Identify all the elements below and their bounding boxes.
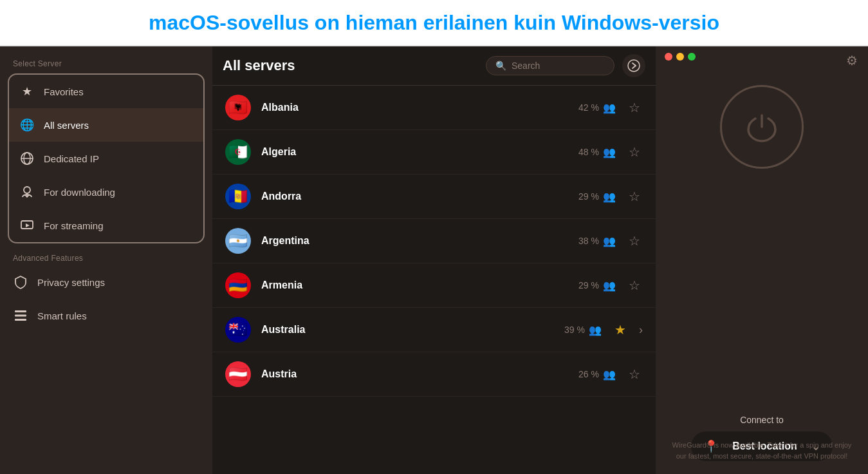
server-load-algeria: 48 % 👥 bbox=[578, 146, 616, 158]
star-icon: ★ bbox=[19, 84, 35, 99]
sidebar: Select Server ★ Favorites 🌐 All servers bbox=[0, 46, 212, 474]
app-container: Select Server ★ Favorites 🌐 All servers bbox=[0, 46, 868, 474]
sidebar-label-for-streaming: For streaming bbox=[44, 220, 104, 231]
sidebar-label-dedicated-ip: Dedicated IP bbox=[44, 153, 99, 164]
server-load-argentina: 38 % 👥 bbox=[578, 235, 616, 247]
server-name-albania: Albania bbox=[261, 102, 568, 113]
server-list-header: All servers 🔍 bbox=[212, 46, 656, 86]
svg-rect-5 bbox=[15, 310, 26, 312]
server-name-armenia: Armenia bbox=[261, 280, 568, 291]
server-name-argentina: Argentina bbox=[261, 235, 568, 247]
table-row[interactable]: 🇦🇱 Albania 42 % 👥 ☆ bbox=[212, 86, 656, 130]
table-row[interactable]: 🇦🇷 Argentina 38 % 👥 ☆ bbox=[212, 219, 656, 263]
globe-icon: 🌐 bbox=[19, 117, 35, 133]
sidebar-label-all-servers: All servers bbox=[44, 120, 89, 131]
star-austria[interactable]: ☆ bbox=[626, 364, 643, 384]
sidebar-item-smart-rules[interactable]: Smart rules bbox=[0, 299, 212, 332]
star-argentina[interactable]: ☆ bbox=[626, 231, 643, 251]
download-icon bbox=[19, 184, 35, 200]
sidebar-label-for-downloading: For downloading bbox=[44, 187, 115, 198]
star-albania[interactable]: ☆ bbox=[626, 97, 643, 118]
advanced-features-label: Advanced Features bbox=[0, 249, 212, 265]
server-list-title: All servers bbox=[223, 57, 478, 74]
svg-rect-7 bbox=[15, 319, 26, 321]
svg-rect-6 bbox=[15, 315, 26, 317]
chevron-right-icon: › bbox=[639, 323, 643, 337]
streaming-icon bbox=[19, 218, 35, 233]
server-list: 🇦🇱 Albania 42 % 👥 ☆ 🇩🇿 Algeria 48 % 👥 bbox=[212, 86, 656, 474]
table-row[interactable]: 🇦🇹 Austria 26 % 👥 ☆ bbox=[212, 352, 656, 397]
wireguard-text: WireGuard® is now available. Take it for… bbox=[669, 440, 855, 461]
flag-armenia: 🇦🇲 bbox=[225, 272, 251, 298]
server-load-australia: 39 % 👥 bbox=[564, 324, 602, 336]
flag-albania: 🇦🇱 bbox=[225, 95, 251, 120]
star-australia[interactable]: ★ bbox=[612, 319, 629, 340]
sidebar-item-for-streaming[interactable]: For streaming bbox=[9, 209, 203, 242]
star-algeria[interactable]: ☆ bbox=[626, 142, 643, 162]
connect-label: Connect to bbox=[740, 415, 784, 425]
flag-algeria: 🇩🇿 bbox=[225, 139, 251, 165]
server-name-austria: Austria bbox=[261, 368, 568, 380]
next-button[interactable] bbox=[622, 54, 645, 77]
load-icon: 👥 bbox=[603, 280, 616, 292]
table-row[interactable]: 🇦🇲 Armenia 29 % 👥 ☆ bbox=[212, 263, 656, 308]
banner-text: macOS-sovellus on hieman erilainen kuin … bbox=[149, 11, 719, 35]
load-icon: 👥 bbox=[603, 146, 616, 158]
sidebar-nav-box: ★ Favorites 🌐 All servers Dedicated IP bbox=[8, 73, 205, 243]
server-load-armenia: 29 % 👥 bbox=[578, 280, 616, 292]
flag-austria: 🇦🇹 bbox=[225, 361, 251, 387]
traffic-light-red[interactable] bbox=[665, 53, 672, 61]
server-load-austria: 26 % 👥 bbox=[578, 368, 616, 381]
main-content: All servers 🔍 🇦🇱 Albania 42 % bbox=[212, 46, 656, 474]
sidebar-item-privacy-settings[interactable]: Privacy settings bbox=[0, 265, 212, 299]
traffic-lights bbox=[665, 53, 696, 61]
table-row[interactable]: 🇩🇿 Algeria 48 % 👥 ☆ bbox=[212, 130, 656, 175]
server-load-andorra: 29 % 👥 bbox=[578, 191, 616, 203]
load-icon: 👥 bbox=[603, 368, 616, 381]
server-name-australia: Australia bbox=[261, 324, 554, 336]
top-banner: macOS-sovellus on hieman erilainen kuin … bbox=[0, 0, 868, 46]
search-input[interactable] bbox=[512, 61, 605, 71]
dedicated-ip-icon bbox=[19, 151, 35, 166]
sidebar-label-smart-rules: Smart rules bbox=[37, 310, 87, 321]
traffic-light-yellow[interactable] bbox=[676, 53, 684, 61]
sidebar-section-label: Select Server bbox=[0, 54, 212, 71]
search-box: 🔍 bbox=[486, 56, 614, 75]
server-name-andorra: Andorra bbox=[261, 191, 568, 202]
traffic-light-green[interactable] bbox=[688, 53, 696, 61]
sidebar-item-favorites[interactable]: ★ Favorites bbox=[9, 75, 203, 108]
search-icon: 🔍 bbox=[495, 61, 506, 71]
svg-point-3 bbox=[24, 187, 30, 193]
load-icon: 👥 bbox=[589, 324, 602, 336]
svg-point-8 bbox=[628, 60, 640, 71]
right-panel: ⚙ Connect to 📍 Best location ⌄ WireGuard… bbox=[656, 46, 868, 474]
flag-argentina: 🇦🇷 bbox=[225, 228, 251, 254]
shield-icon bbox=[13, 274, 28, 290]
load-icon: 👥 bbox=[603, 235, 616, 247]
settings-button[interactable]: ⚙ bbox=[846, 53, 858, 68]
flag-australia: 🇦🇺 bbox=[225, 317, 251, 343]
sidebar-item-for-downloading[interactable]: For downloading bbox=[9, 175, 203, 209]
sidebar-item-dedicated-ip[interactable]: Dedicated IP bbox=[9, 142, 203, 175]
load-icon: 👥 bbox=[603, 191, 616, 203]
sidebar-label-privacy-settings: Privacy settings bbox=[37, 277, 105, 288]
server-name-algeria: Algeria bbox=[261, 146, 568, 158]
table-row[interactable]: 🇦🇺 Australia 39 % 👥 ★ › bbox=[212, 308, 656, 352]
load-icon: 👥 bbox=[603, 102, 616, 114]
sidebar-label-favorites: Favorites bbox=[44, 86, 84, 97]
power-circle[interactable] bbox=[720, 85, 804, 169]
star-andorra[interactable]: ☆ bbox=[626, 186, 643, 207]
flag-andorra: 🇦🇩 bbox=[225, 184, 251, 209]
power-button[interactable] bbox=[733, 98, 791, 156]
star-armenia[interactable]: ☆ bbox=[626, 275, 643, 296]
server-load-albania: 42 % 👥 bbox=[578, 102, 616, 114]
table-row[interactable]: 🇦🇩 Andorra 29 % 👥 ☆ bbox=[212, 175, 656, 219]
sidebar-item-all-servers[interactable]: 🌐 All servers bbox=[9, 108, 203, 142]
smart-rules-icon bbox=[13, 308, 28, 323]
